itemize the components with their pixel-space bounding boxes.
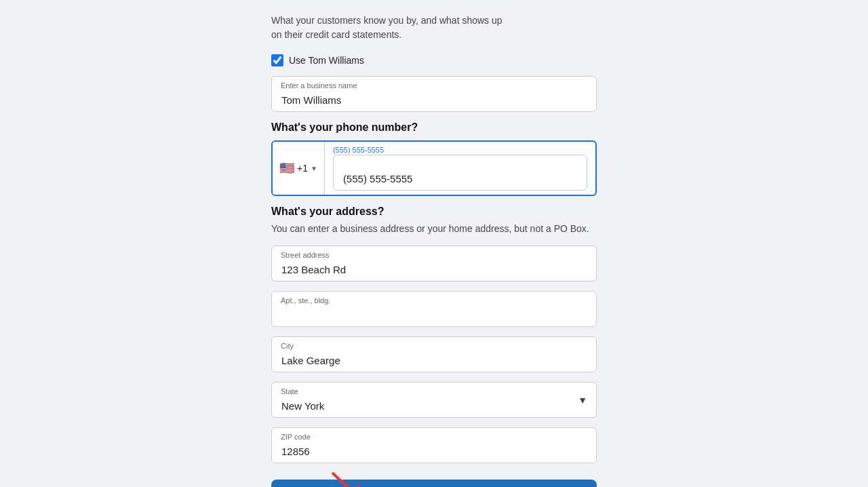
city-group: City (271, 336, 597, 372)
flag-icon: 🇺🇸 (279, 161, 294, 176)
business-name-group: Enter a business name (271, 76, 597, 112)
country-chevron-icon: ▼ (311, 165, 317, 172)
zip-input[interactable] (271, 427, 597, 463)
country-code-select[interactable]: 🇺🇸 +1 ▼ (273, 142, 325, 195)
country-code-label: +1 (297, 163, 308, 174)
apt-group: Apt., ste., bldg. (271, 291, 597, 327)
phone-input-inner: (555) 555-5555 (325, 142, 595, 195)
save-continue-button[interactable]: Save and Continue (271, 480, 597, 487)
apt-input[interactable] (271, 291, 597, 327)
street-address-input[interactable] (271, 246, 597, 281)
address-section-title: What's your address? (271, 206, 597, 218)
phone-placeholder: (555) 555-5555 (333, 146, 587, 155)
use-name-row: Use Tom Williams (271, 54, 597, 66)
state-group: State New York Alabama Alaska Arizona Ar… (271, 382, 597, 418)
street-address-group: Street address (271, 246, 597, 281)
phone-section-title: What's your phone number? (271, 121, 597, 134)
phone-input[interactable] (333, 155, 587, 191)
form-wrapper: What your customers know you by, and wha… (271, 0, 597, 487)
city-input[interactable] (271, 336, 597, 372)
phone-input-group: 🇺🇸 +1 ▼ (555) 555-5555 (271, 140, 597, 196)
use-name-checkbox[interactable] (271, 54, 283, 66)
use-name-label[interactable]: Use Tom Williams (289, 55, 364, 66)
address-section-desc: You can enter a business address or your… (271, 222, 597, 236)
business-name-input[interactable] (271, 76, 597, 112)
zip-group: ZIP code (271, 427, 597, 463)
page-container: What your customers know you by, and wha… (0, 0, 868, 487)
state-select[interactable]: New York Alabama Alaska Arizona Arkansas… (271, 382, 597, 418)
description-text: What your customers know you by, and wha… (271, 14, 597, 42)
